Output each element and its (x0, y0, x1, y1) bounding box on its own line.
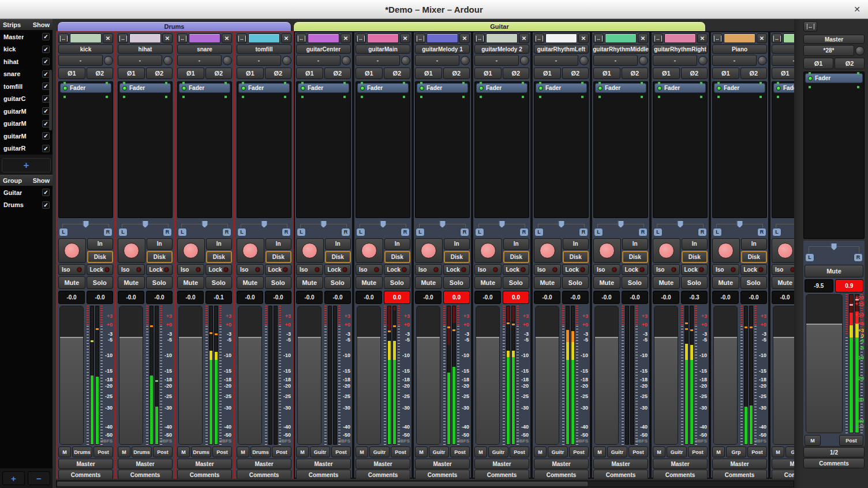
monitor-disk-button[interactable]: Disk (325, 251, 351, 264)
monitor-input-button[interactable]: In (206, 238, 233, 250)
metering-point-button[interactable]: Post (212, 446, 232, 457)
trim-knob[interactable] (163, 56, 173, 65)
processor-box[interactable]: Fader (712, 81, 767, 218)
processor-active-led[interactable] (420, 86, 424, 91)
pan-right-button[interactable]: R (460, 228, 469, 237)
gain-display[interactable]: -0.0 (237, 291, 263, 304)
pan-widget[interactable]: L R (356, 219, 410, 237)
phase-2-button[interactable]: Ø2 (87, 67, 114, 79)
strip-name-button[interactable]: kick (58, 44, 113, 54)
solo-isolate-button[interactable]: Iso (415, 264, 442, 275)
gain-fader[interactable] (654, 306, 678, 445)
comments-button[interactable]: Comments (237, 470, 291, 479)
group-button[interactable]: Guitr (488, 446, 508, 457)
trim-knob[interactable] (639, 56, 648, 65)
pan-right-button[interactable]: R (341, 228, 350, 237)
pan-left-button[interactable]: L (475, 228, 484, 237)
pan-right-button[interactable]: R (519, 228, 529, 237)
processor-active-led[interactable] (657, 86, 662, 91)
input-button[interactable]: - (712, 55, 757, 66)
pan-right-button[interactable]: R (579, 228, 588, 237)
pan-right-button[interactable]: R (222, 228, 231, 237)
phase-2-button[interactable]: Ø2 (384, 67, 411, 79)
solo-lock-button[interactable]: Lock (205, 264, 233, 275)
pan-left-button[interactable]: L (534, 228, 544, 237)
solo-isolate-button[interactable]: Iso (58, 264, 85, 275)
trim-knob[interactable] (282, 56, 291, 65)
processor-active-led[interactable] (776, 86, 781, 91)
processor-box[interactable]: Fader (474, 81, 529, 218)
gain-display[interactable]: -9.5 (805, 279, 833, 292)
narrow-strip-button[interactable]: ↔ (534, 33, 544, 43)
monitor-disk-button[interactable]: Disk (384, 251, 411, 264)
phase-2-button[interactable]: Ø2 (835, 58, 865, 69)
strip-name-button[interactable]: Piano (712, 44, 767, 54)
gain-fader[interactable] (773, 306, 794, 445)
input-button[interactable]: - (534, 55, 578, 66)
gain-fader[interactable] (59, 306, 84, 445)
group-button[interactable]: Guitr (667, 446, 687, 457)
fader-processor[interactable]: Fader (595, 83, 646, 93)
processor-active-led[interactable] (301, 86, 305, 91)
solo-isolate-button[interactable]: Iso (356, 264, 383, 275)
solo-isolate-button[interactable]: Iso (712, 264, 739, 275)
solo-button[interactable]: Solo (146, 276, 173, 289)
pan-left-button[interactable]: L (416, 228, 425, 237)
strip-name-button[interactable]: hihat (118, 44, 173, 54)
pan-left-button[interactable]: L (594, 228, 603, 237)
fader-processor[interactable]: Fader (417, 83, 468, 93)
record-arm-button[interactable] (58, 238, 86, 263)
solo-button[interactable]: Solo (562, 276, 589, 289)
processor-active-led[interactable] (479, 86, 484, 91)
strip-name-button[interactable]: guitarRhythmLeft (534, 44, 589, 54)
fader-processor[interactable]: Fader (238, 83, 290, 93)
pan-right-button[interactable]: R (163, 228, 172, 237)
master-send-button[interactable]: M (772, 446, 784, 457)
output-channels-button[interactable]: 1/2 (803, 447, 865, 457)
record-arm-button[interactable] (772, 238, 794, 263)
gain-fader[interactable] (806, 294, 843, 433)
input-button[interactable]: - (177, 55, 222, 66)
phase-2-button[interactable]: Ø2 (146, 67, 173, 79)
trim-knob[interactable] (342, 56, 351, 65)
comments-button[interactable]: Comments (534, 470, 589, 479)
pan-left-button[interactable]: L (772, 228, 781, 237)
strip-name-button[interactable]: st (772, 44, 794, 54)
strip-list-item[interactable]: guitarC✓ (0, 93, 53, 106)
gain-display[interactable]: -0.0 (593, 291, 620, 304)
pan-left-button[interactable]: L (237, 228, 246, 237)
show-checkbox[interactable]: ✓ (42, 33, 50, 40)
mute-button[interactable]: Mute (474, 276, 502, 289)
monitor-disk-button[interactable]: Disk (265, 251, 292, 264)
output-button[interactable]: Master (237, 459, 291, 469)
processor-box[interactable]: Fader (593, 81, 648, 218)
phase-1-button[interactable]: Ø1 (296, 67, 323, 79)
fader-processor[interactable]: Fader (476, 83, 527, 93)
phase-2-button[interactable]: Ø2 (265, 67, 292, 79)
hide-strip-button[interactable]: ✕ (638, 33, 648, 43)
window-close-icon[interactable]: ✕ (854, 5, 860, 14)
solo-isolate-button[interactable]: Iso (296, 264, 323, 275)
peak-display[interactable]: -0.1 (205, 291, 232, 304)
hide-strip-button[interactable]: ✕ (578, 33, 589, 43)
gain-fader[interactable] (238, 306, 262, 445)
group-button[interactable]: Guitr (310, 446, 330, 457)
pan-widget[interactable]: L R (296, 219, 351, 237)
processor-box[interactable]: Fader (772, 81, 794, 218)
monitor-input-button[interactable]: In (384, 238, 411, 250)
phase-2-button[interactable]: Ø2 (740, 67, 768, 79)
strip-name-button[interactable]: tomfill (237, 44, 291, 54)
comments-button[interactable]: Comments (712, 470, 767, 479)
fader-processor[interactable]: Fader (60, 83, 111, 93)
solo-button[interactable]: Solo (205, 276, 233, 289)
solo-isolate-button[interactable]: Iso (593, 264, 620, 275)
phase-1-button[interactable]: Ø1 (356, 67, 383, 79)
comments-button[interactable]: Comments (803, 458, 865, 468)
strip-name-button[interactable]: guitarRhythmRight (653, 44, 708, 54)
output-button[interactable]: Master (415, 459, 470, 469)
input-button[interactable]: - (593, 55, 638, 66)
phase-2-button[interactable]: Ø2 (562, 67, 589, 79)
show-checkbox[interactable]: ✓ (42, 189, 50, 196)
input-button[interactable]: - (58, 55, 103, 66)
gain-fader[interactable] (594, 306, 619, 445)
